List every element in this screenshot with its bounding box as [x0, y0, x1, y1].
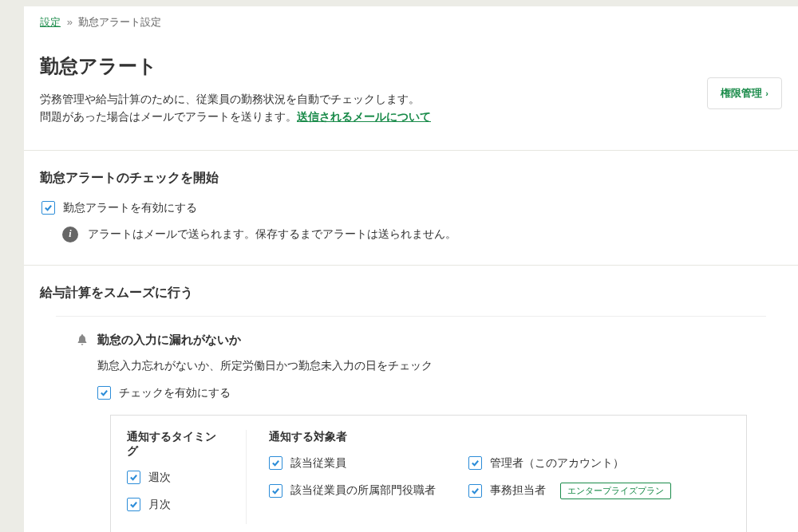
- checkbox-timing-monthly[interactable]: [127, 498, 140, 511]
- desc-line1: 労務管理や給与計算のために、従業員の勤務状況を自動でチェックします。: [40, 90, 782, 108]
- checkbox-enable-check[interactable]: [97, 386, 111, 400]
- breadcrumb-link-settings[interactable]: 設定: [40, 16, 61, 28]
- subsection-attendance-input: 勤怠の入力に漏れがないか 勤怠入力忘れがないか、所定労働日かつ勤怠未入力の日をチ…: [56, 316, 766, 532]
- breadcrumb: 設定 » 勤怠アラート設定: [24, 6, 798, 37]
- enterprise-plan-tag: エンタープライズプラン: [560, 483, 671, 499]
- section-title-payroll: 給与計算をスムーズに行う: [40, 285, 782, 301]
- label-target-dept-manager: 該当従業員の所属部門役職者: [290, 483, 436, 498]
- checkbox-enable-check-label: チェックを有効にする: [119, 386, 231, 400]
- label-timing-monthly: 月次: [148, 498, 171, 512]
- bell-icon: [75, 333, 89, 347]
- checkbox-target-clerk[interactable]: [468, 484, 482, 498]
- label-target-admin: 管理者（このアカウント）: [490, 456, 624, 471]
- checkbox-enable-alert-label: 勤怠アラートを有効にする: [63, 201, 197, 215]
- section-start-check: 勤怠アラートのチェックを開始 勤怠アラートを有効にする i アラートはメールで送…: [24, 150, 798, 265]
- page-description: 労務管理や給与計算のために、従業員の勤務状況を自動でチェックします。 問題があっ…: [40, 90, 782, 126]
- label-timing-weekly: 週次: [148, 471, 171, 485]
- checkbox-target-admin[interactable]: [468, 456, 482, 470]
- heading-timing: 通知するタイミング: [127, 430, 223, 459]
- checkbox-enable-alert[interactable]: [41, 201, 55, 215]
- heading-target: 通知する対象者: [269, 430, 708, 444]
- permission-management-button[interactable]: 権限管理›: [707, 77, 782, 109]
- chevron-right-icon: ›: [765, 89, 768, 98]
- info-icon: i: [62, 227, 78, 242]
- checkbox-timing-weekly[interactable]: [127, 471, 140, 484]
- checkbox-target-dept-manager[interactable]: [269, 484, 282, 498]
- breadcrumb-current: 勤怠アラート設定: [78, 16, 161, 28]
- page-title: 勤怠アラート: [40, 53, 782, 79]
- label-target-clerk: 事務担当者: [490, 483, 546, 498]
- subsection-desc: 勤怠入力忘れがないか、所定労働日かつ勤怠未入力の日をチェック: [97, 359, 747, 373]
- section-payroll: 給与計算をスムーズに行う 勤怠の入力に漏れがないか 勤怠入力忘れがないか、所定労…: [24, 265, 798, 532]
- checkbox-target-employee[interactable]: [269, 456, 282, 470]
- breadcrumb-separator: »: [67, 16, 73, 28]
- info-text: アラートはメールで送られます。保存するまでアラートは送られません。: [88, 227, 456, 242]
- desc-line2: 問題があった場合はメールでアラートを送ります。送信されるメールについて: [40, 108, 782, 125]
- label-target-employee: 該当従業員: [290, 456, 346, 471]
- section-title-start: 勤怠アラートのチェックを開始: [40, 170, 782, 187]
- subsection-title: 勤怠の入力に漏れがないか: [97, 333, 241, 348]
- notification-settings-box: 通知するタイミング 週次 月次 通知する対象者 該: [110, 415, 747, 532]
- link-about-mail[interactable]: 送信されるメールについて: [297, 110, 431, 123]
